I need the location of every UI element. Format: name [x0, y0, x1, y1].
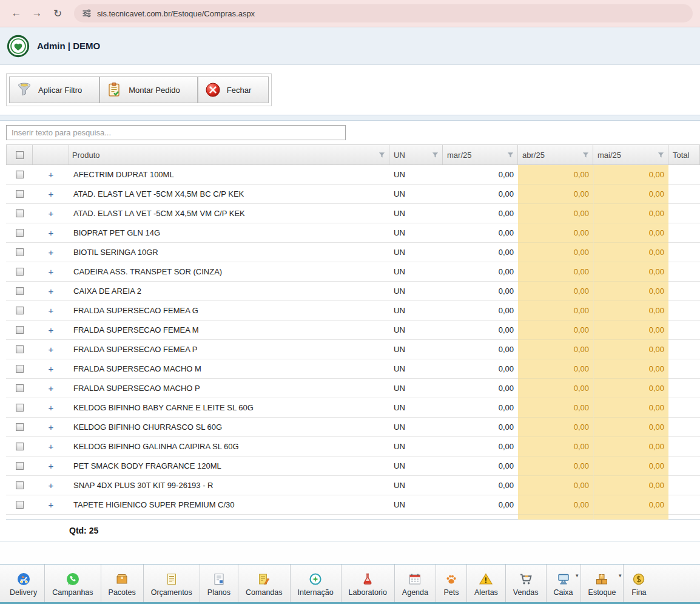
row-checkbox[interactable] — [16, 443, 24, 450]
row-checkbox-cell — [6, 418, 33, 437]
column-header-total[interactable]: Total — [668, 145, 700, 165]
column-filter-icon[interactable] — [582, 152, 589, 158]
row-expander-cell: + — [33, 243, 69, 262]
row-checkbox[interactable] — [16, 268, 24, 276]
nav-item-planos[interactable]: Planos — [200, 565, 238, 602]
row-checkbox[interactable] — [16, 365, 24, 373]
expand-row-button[interactable]: + — [49, 189, 54, 199]
back-button[interactable]: ← — [7, 4, 25, 22]
forward-button[interactable]: → — [28, 4, 46, 22]
chevron-down-icon[interactable]: ▾ — [576, 572, 579, 579]
expand-row-button[interactable]: + — [49, 228, 54, 237]
row-checkbox[interactable] — [16, 404, 24, 412]
nav-item-alertas[interactable]: Alertas — [466, 565, 505, 602]
column-label: UN — [394, 151, 405, 160]
nav-item-delivery[interactable]: Delivery — [2, 565, 44, 602]
expand-row-button[interactable]: + — [49, 170, 54, 179]
row-checkbox[interactable] — [16, 423, 24, 431]
expand-row-button[interactable]: + — [49, 442, 54, 451]
address-bar[interactable]: sis.tecnicavet.com.br/Estoque/Compras.as… — [74, 4, 693, 22]
package-icon — [114, 571, 130, 587]
row-expander-cell: + — [33, 359, 69, 379]
product-name: SNAP 4DX PLUS 30T KIT 99-26193 - R — [69, 476, 389, 495]
row-checkbox[interactable] — [16, 190, 24, 198]
row-checkbox-cell — [6, 223, 33, 243]
nav-item-pets[interactable]: Pets — [436, 565, 466, 602]
column-header-mai[interactable]: mai/25 — [593, 145, 668, 165]
row-checkbox[interactable] — [16, 171, 24, 178]
nav-item-laboratorio[interactable]: Laboratorio — [341, 565, 394, 602]
montar-pedido-button[interactable]: Montar Pedido — [99, 76, 198, 103]
column-filter-icon[interactable] — [507, 152, 514, 158]
expand-row-button[interactable]: + — [49, 422, 54, 432]
filter-funnel-icon — [16, 81, 33, 98]
toolbar-button-group: Aplicar Filtro Montar Pedido Fechar — [6, 73, 272, 106]
column-header-mar[interactable]: mar/25 — [443, 145, 518, 165]
row-checkbox[interactable] — [16, 326, 24, 334]
mar-value: 0,00 — [443, 398, 518, 418]
expand-row-button[interactable]: + — [49, 384, 54, 393]
nav-item-caixa[interactable]: Caixa▾ — [546, 565, 581, 602]
row-checkbox[interactable] — [16, 229, 24, 237]
expand-row-button[interactable]: + — [49, 481, 54, 490]
expand-row-button[interactable]: + — [49, 306, 54, 315]
row-expander-cell: + — [33, 418, 69, 437]
column-header-produto[interactable]: Produto — [69, 145, 389, 165]
nav-item-agenda[interactable]: Agenda — [394, 565, 436, 602]
row-checkbox[interactable] — [16, 209, 24, 217]
aplicar-filtro-button[interactable]: Aplicar Filtro — [9, 76, 99, 103]
column-filter-icon[interactable] — [379, 152, 385, 158]
expand-row-button[interactable]: + — [49, 248, 54, 257]
unit-value: UN — [389, 476, 443, 495]
nav-item-pacotes[interactable]: Pacotes — [101, 565, 143, 602]
row-checkbox[interactable] — [16, 307, 24, 314]
row-checkbox-cell — [6, 398, 33, 418]
row-checkbox[interactable] — [16, 248, 24, 256]
expand-row-button[interactable]: + — [49, 267, 54, 276]
expand-row-button[interactable]: + — [49, 209, 54, 218]
row-checkbox[interactable] — [16, 481, 24, 489]
column-header-un[interactable]: UN — [389, 145, 443, 165]
mar-value: 0,00 — [443, 243, 518, 262]
nav-item-label: Vendas — [513, 588, 539, 597]
row-checkbox[interactable] — [16, 501, 24, 509]
row-expander-cell: + — [33, 282, 69, 301]
nav-item-fina[interactable]: Fina — [623, 565, 654, 602]
select-all-checkbox[interactable] — [16, 151, 24, 159]
fechar-button[interactable]: Fechar — [198, 76, 269, 103]
search-input[interactable] — [6, 125, 346, 140]
nav-item-vendas[interactable]: Vendas — [505, 565, 546, 602]
expand-row-button[interactable]: + — [49, 461, 54, 470]
column-filter-icon[interactable] — [658, 152, 664, 158]
expand-row-button[interactable]: + — [49, 364, 54, 373]
product-name: PET SMACK BODY FRAGRANCE 120ML — [69, 456, 389, 476]
mar-value: 0,00 — [443, 282, 518, 301]
footer-spacer — [0, 541, 700, 563]
nav-item-internacao[interactable]: Internação — [290, 565, 341, 602]
nav-item-estoque[interactable]: Estoque▾ — [581, 565, 624, 602]
total-value — [668, 185, 700, 204]
row-checkbox[interactable] — [16, 287, 24, 295]
row-checkbox[interactable] — [16, 345, 24, 353]
expand-row-button[interactable]: + — [49, 287, 54, 296]
row-checkbox[interactable] — [16, 462, 24, 470]
expand-row-button[interactable]: + — [49, 325, 54, 334]
chevron-down-icon[interactable]: ▾ — [619, 572, 622, 579]
unit-value: UN — [389, 204, 443, 223]
nav-item-campanhas[interactable]: Campanhas — [44, 565, 100, 602]
column-filter-icon[interactable] — [432, 152, 439, 158]
row-checkbox[interactable] — [16, 384, 24, 392]
expand-row-button[interactable]: + — [49, 500, 54, 509]
mar-value: 0,00 — [443, 340, 518, 359]
lab-icon — [360, 571, 375, 587]
expand-row-button[interactable]: + — [49, 403, 54, 412]
reload-button[interactable]: ↻ — [49, 4, 67, 22]
column-header-abr[interactable]: abr/25 — [518, 145, 593, 165]
nav-item-comandas[interactable]: Comandas — [238, 565, 289, 602]
expand-row-button[interactable]: + — [49, 345, 54, 354]
close-red-icon — [204, 81, 221, 98]
total-value — [668, 340, 700, 359]
nav-item-orcamentos[interactable]: Orçamentos — [143, 565, 200, 602]
site-settings-icon[interactable] — [82, 8, 92, 18]
table-row: +KELDOG BIFINHO BABY CARNE E LEITE SL 60… — [6, 398, 700, 418]
